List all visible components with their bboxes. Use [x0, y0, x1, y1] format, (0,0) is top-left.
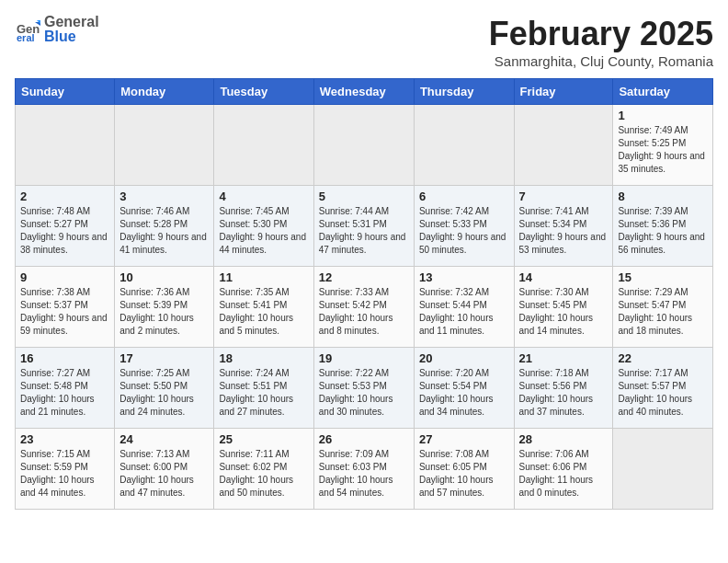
day-info: Sunrise: 7:11 AM Sunset: 6:02 PM Dayligh…	[219, 448, 308, 500]
logo-icon: Gen eral	[15, 17, 40, 42]
calendar-cell: 28Sunrise: 7:06 AM Sunset: 6:06 PM Dayli…	[514, 429, 613, 510]
day-number: 10	[119, 270, 209, 284]
day-number: 2	[20, 190, 109, 203]
calendar-cell: 9Sunrise: 7:38 AM Sunset: 5:37 PM Daylig…	[16, 267, 115, 348]
day-info: Sunrise: 7:41 AM Sunset: 5:34 PM Dayligh…	[519, 205, 609, 257]
calendar-cell: 7Sunrise: 7:41 AM Sunset: 5:34 PM Daylig…	[514, 186, 613, 267]
day-info: Sunrise: 7:20 AM Sunset: 5:54 PM Dayligh…	[419, 367, 509, 419]
day-info: Sunrise: 7:24 AM Sunset: 5:51 PM Dayligh…	[219, 367, 308, 419]
day-number: 17	[119, 351, 209, 365]
day-info: Sunrise: 7:42 AM Sunset: 5:33 PM Dayligh…	[419, 205, 509, 257]
weekday-header-wednesday: Wednesday	[313, 79, 414, 105]
weekday-header-row: SundayMondayTuesdayWednesdayThursdayFrid…	[16, 79, 713, 105]
day-info: Sunrise: 7:22 AM Sunset: 5:53 PM Dayligh…	[319, 367, 409, 419]
calendar-cell: 11Sunrise: 7:35 AM Sunset: 5:41 PM Dayli…	[214, 267, 313, 348]
day-info: Sunrise: 7:25 AM Sunset: 5:50 PM Dayligh…	[119, 367, 209, 419]
day-number: 27	[419, 432, 509, 446]
calendar-cell	[414, 105, 514, 186]
calendar-cell: 1Sunrise: 7:49 AM Sunset: 5:25 PM Daylig…	[613, 105, 713, 186]
day-info: Sunrise: 7:48 AM Sunset: 5:27 PM Dayligh…	[20, 205, 109, 257]
weekday-header-sunday: Sunday	[16, 79, 115, 105]
logo-general: General	[44, 15, 99, 29]
day-number: 21	[519, 351, 609, 365]
day-number: 11	[219, 270, 308, 284]
day-number: 15	[618, 270, 708, 284]
day-info: Sunrise: 7:08 AM Sunset: 6:05 PM Dayligh…	[419, 448, 509, 500]
day-info: Sunrise: 7:06 AM Sunset: 6:06 PM Dayligh…	[519, 448, 609, 500]
day-info: Sunrise: 7:33 AM Sunset: 5:42 PM Dayligh…	[319, 286, 409, 338]
logo: Gen eral General Blue	[15, 15, 99, 44]
calendar-cell: 26Sunrise: 7:09 AM Sunset: 6:03 PM Dayli…	[313, 429, 414, 510]
page-header: Gen eral General Blue February 2025 Sanm…	[15, 15, 713, 69]
calendar-cell: 5Sunrise: 7:44 AM Sunset: 5:31 PM Daylig…	[313, 186, 414, 267]
svg-text:eral: eral	[17, 32, 35, 42]
day-info: Sunrise: 7:35 AM Sunset: 5:41 PM Dayligh…	[219, 286, 308, 338]
logo-blue: Blue	[44, 29, 99, 44]
weekday-header-monday: Monday	[115, 79, 214, 105]
calendar-cell: 10Sunrise: 7:36 AM Sunset: 5:39 PM Dayli…	[115, 267, 214, 348]
calendar-cell: 24Sunrise: 7:13 AM Sunset: 6:00 PM Dayli…	[115, 429, 214, 510]
calendar-cell: 22Sunrise: 7:17 AM Sunset: 5:57 PM Dayli…	[613, 348, 713, 429]
day-number: 12	[319, 270, 409, 284]
day-number: 13	[419, 270, 509, 284]
day-number: 14	[519, 270, 609, 284]
day-info: Sunrise: 7:15 AM Sunset: 5:59 PM Dayligh…	[20, 448, 109, 500]
day-number: 24	[119, 432, 209, 446]
calendar-cell: 6Sunrise: 7:42 AM Sunset: 5:33 PM Daylig…	[414, 186, 514, 267]
calendar-week-row: 9Sunrise: 7:38 AM Sunset: 5:37 PM Daylig…	[16, 267, 713, 348]
calendar-week-row: 16Sunrise: 7:27 AM Sunset: 5:48 PM Dayli…	[16, 348, 713, 429]
calendar-cell: 14Sunrise: 7:30 AM Sunset: 5:45 PM Dayli…	[514, 267, 613, 348]
weekday-header-tuesday: Tuesday	[214, 79, 313, 105]
location: Sanmarghita, Cluj County, Romania	[489, 53, 713, 69]
calendar-cell: 4Sunrise: 7:45 AM Sunset: 5:30 PM Daylig…	[214, 186, 313, 267]
day-number: 1	[618, 109, 708, 122]
calendar-cell: 25Sunrise: 7:11 AM Sunset: 6:02 PM Dayli…	[214, 429, 313, 510]
calendar-cell: 17Sunrise: 7:25 AM Sunset: 5:50 PM Dayli…	[115, 348, 214, 429]
day-number: 5	[319, 190, 409, 203]
day-number: 7	[519, 190, 609, 203]
calendar-cell	[214, 105, 313, 186]
calendar-cell: 27Sunrise: 7:08 AM Sunset: 6:05 PM Dayli…	[414, 429, 514, 510]
day-number: 4	[219, 190, 308, 203]
calendar-cell	[514, 105, 613, 186]
day-number: 20	[419, 351, 509, 365]
day-info: Sunrise: 7:17 AM Sunset: 5:57 PM Dayligh…	[618, 367, 708, 419]
calendar-cell: 12Sunrise: 7:33 AM Sunset: 5:42 PM Dayli…	[313, 267, 414, 348]
calendar-cell: 2Sunrise: 7:48 AM Sunset: 5:27 PM Daylig…	[16, 186, 115, 267]
day-info: Sunrise: 7:27 AM Sunset: 5:48 PM Dayligh…	[20, 367, 109, 419]
weekday-header-saturday: Saturday	[613, 79, 713, 105]
day-info: Sunrise: 7:36 AM Sunset: 5:39 PM Dayligh…	[119, 286, 209, 338]
day-number: 26	[319, 432, 409, 446]
weekday-header-thursday: Thursday	[414, 79, 514, 105]
day-info: Sunrise: 7:38 AM Sunset: 5:37 PM Dayligh…	[20, 286, 109, 338]
calendar-cell: 23Sunrise: 7:15 AM Sunset: 5:59 PM Dayli…	[16, 429, 115, 510]
weekday-header-friday: Friday	[514, 79, 613, 105]
day-info: Sunrise: 7:45 AM Sunset: 5:30 PM Dayligh…	[219, 205, 308, 257]
calendar-cell	[16, 105, 115, 186]
day-info: Sunrise: 7:09 AM Sunset: 6:03 PM Dayligh…	[319, 448, 409, 500]
calendar-week-row: 23Sunrise: 7:15 AM Sunset: 5:59 PM Dayli…	[16, 429, 713, 510]
day-number: 9	[20, 270, 109, 284]
day-number: 19	[319, 351, 409, 365]
day-number: 3	[119, 190, 209, 203]
day-info: Sunrise: 7:39 AM Sunset: 5:36 PM Dayligh…	[618, 205, 708, 257]
calendar-cell: 18Sunrise: 7:24 AM Sunset: 5:51 PM Dayli…	[214, 348, 313, 429]
calendar-table: SundayMondayTuesdayWednesdayThursdayFrid…	[15, 78, 713, 510]
day-info: Sunrise: 7:13 AM Sunset: 6:00 PM Dayligh…	[119, 448, 209, 500]
calendar-cell	[313, 105, 414, 186]
day-info: Sunrise: 7:49 AM Sunset: 5:25 PM Dayligh…	[618, 124, 708, 176]
day-info: Sunrise: 7:32 AM Sunset: 5:44 PM Dayligh…	[419, 286, 509, 338]
calendar-cell: 19Sunrise: 7:22 AM Sunset: 5:53 PM Dayli…	[313, 348, 414, 429]
title-block: February 2025 Sanmarghita, Cluj County, …	[489, 15, 713, 69]
day-number: 8	[618, 190, 708, 203]
calendar-cell: 16Sunrise: 7:27 AM Sunset: 5:48 PM Dayli…	[16, 348, 115, 429]
calendar-cell: 21Sunrise: 7:18 AM Sunset: 5:56 PM Dayli…	[514, 348, 613, 429]
calendar-cell	[613, 429, 713, 510]
day-info: Sunrise: 7:46 AM Sunset: 5:28 PM Dayligh…	[119, 205, 209, 257]
month-title: February 2025	[489, 15, 713, 53]
day-number: 22	[618, 351, 708, 365]
day-number: 28	[519, 432, 609, 446]
calendar-week-row: 1Sunrise: 7:49 AM Sunset: 5:25 PM Daylig…	[16, 105, 713, 186]
calendar-cell: 20Sunrise: 7:20 AM Sunset: 5:54 PM Dayli…	[414, 348, 514, 429]
day-number: 16	[20, 351, 109, 365]
